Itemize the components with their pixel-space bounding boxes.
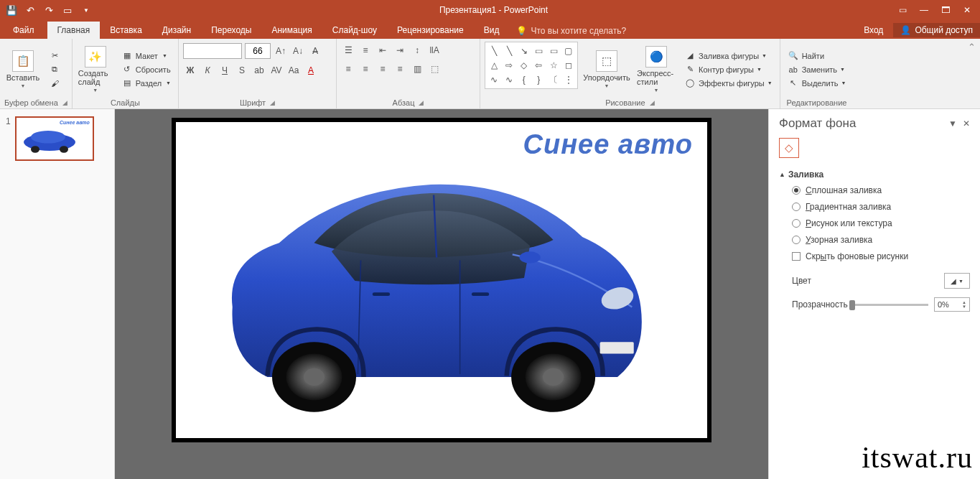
save-icon[interactable]: 💾 [3, 1, 20, 19]
pattern-fill-radio[interactable]: Узорная заливка [792, 235, 967, 245]
transparency-slider[interactable] [849, 304, 928, 306]
shape-fill-button[interactable]: ◢Заливка фигуры▼ [681, 50, 775, 62]
align-right-button[interactable]: ≡ [375, 62, 390, 76]
shapes-gallery[interactable]: ╲╲↘▭▭▢ △⇨◇⇦☆◻ ∿∿{}〔⋮ [485, 42, 578, 89]
reset-button[interactable]: ↺Сбросить [118, 64, 174, 75]
decrease-indent-button[interactable]: ⇤ [375, 43, 390, 57]
slide-thumbnail-1[interactable]: Синее авто [15, 116, 94, 161]
shape-arrow-icon[interactable]: ⇨ [503, 59, 516, 72]
quick-styles-button[interactable]: 🔵 Экспресс-стили ▼ [635, 42, 677, 97]
shape-arrow-icon[interactable]: ⇦ [532, 59, 546, 72]
maximize-icon[interactable]: 🗖 [935, 1, 956, 19]
paste-button[interactable]: 📋 Вставить ▼ [4, 42, 42, 97]
dialog-launcher-icon[interactable]: ◢ [650, 99, 655, 106]
collapse-ribbon-icon[interactable]: ⌃ [963, 39, 980, 108]
shape-curve-icon[interactable]: ∿ [487, 73, 501, 86]
arrange-button[interactable]: ⬚ Упорядочить ▼ [582, 42, 631, 97]
dialog-launcher-icon[interactable]: ◢ [270, 99, 275, 106]
bullets-button[interactable]: ☰ [341, 43, 355, 57]
shape-callout-icon[interactable]: ◻ [561, 59, 575, 72]
minimize-icon[interactable]: — [914, 1, 934, 19]
decrease-font-button[interactable]: A↓ [291, 44, 305, 58]
solid-fill-radio[interactable]: Сплошная заливка [792, 185, 967, 195]
numbering-button[interactable]: ≡ [358, 43, 373, 57]
section-button[interactable]: ▤Раздел▼ [118, 78, 174, 89]
signin-link[interactable]: Вход [854, 22, 893, 39]
slideshow-icon[interactable]: ▭ [59, 1, 76, 19]
tab-transitions[interactable]: Переходы [201, 22, 261, 39]
undo-icon[interactable]: ↶ [22, 1, 39, 19]
pane-close-icon[interactable]: ✕ [963, 118, 970, 129]
share-button[interactable]: 👤 Общий доступ [893, 23, 980, 37]
tell-me-search[interactable]: 💡 Что вы хотите сделать? [509, 23, 633, 39]
select-button[interactable]: ↖Выделить▼ [785, 78, 849, 89]
fill-tab-icon[interactable]: ◇ [779, 138, 799, 158]
tab-insert[interactable]: Вставка [100, 22, 152, 39]
format-painter-button[interactable]: 🖌 [46, 78, 63, 89]
shape-more-icon[interactable]: ⋮ [561, 73, 575, 86]
clear-format-button[interactable]: A̶ [308, 44, 322, 58]
shape-effects-button[interactable]: ◯Эффекты фигуры▼ [681, 78, 775, 89]
change-case-button[interactable]: Aa [286, 63, 301, 78]
spin-down-icon[interactable]: ▼ [962, 304, 966, 309]
shape-outline-button[interactable]: ✎Контур фигуры▼ [681, 64, 775, 75]
dialog-launcher-icon[interactable]: ◢ [62, 99, 67, 106]
char-spacing-button[interactable]: AV [269, 63, 284, 78]
slide-editor[interactable]: Синее авто [115, 109, 768, 479]
shape-triangle-icon[interactable]: △ [487, 59, 501, 72]
justify-button[interactable]: ≡ [393, 62, 407, 76]
shape-rect-icon[interactable]: ▭ [532, 45, 546, 57]
increase-font-button[interactable]: A↑ [274, 44, 288, 58]
gradient-fill-radio[interactable]: Градиентная заливка [792, 202, 967, 212]
dialog-launcher-icon[interactable]: ◢ [419, 99, 424, 106]
qat-more-icon[interactable]: ▼ [78, 1, 95, 19]
shape-brace-icon[interactable]: 〔 [547, 73, 561, 86]
pane-options-icon[interactable]: ▼ [948, 118, 957, 129]
tab-slideshow[interactable]: Слайд-шоу [322, 22, 387, 39]
italic-button[interactable]: К [200, 63, 215, 78]
smartart-button[interactable]: ⬚ [427, 62, 442, 76]
line-spacing-button[interactable]: ↕ [410, 43, 424, 57]
hide-bg-checkbox[interactable]: Скрыть фоновые рисунки [792, 251, 967, 261]
text-direction-button[interactable]: llA [427, 43, 442, 57]
replace-button[interactable]: abЗаменить▼ [785, 64, 849, 75]
bold-button[interactable]: Ж [183, 63, 197, 78]
shape-curve-icon[interactable]: ∿ [503, 73, 516, 86]
font-size-input[interactable] [245, 43, 271, 59]
slider-thumb-icon[interactable] [849, 300, 855, 310]
tab-design[interactable]: Дизайн [152, 22, 201, 39]
shape-line-icon[interactable]: ╲ [487, 45, 501, 57]
tab-animation[interactable]: Анимация [261, 22, 322, 39]
font-color-button[interactable]: A [304, 63, 318, 78]
fill-section-header[interactable]: ▲Заливка [779, 169, 970, 180]
columns-button[interactable]: ▥ [410, 62, 424, 76]
ribbon-options-icon[interactable]: ▭ [892, 1, 913, 19]
shape-arrow-icon[interactable]: ↘ [517, 45, 531, 57]
tab-review[interactable]: Рецензирование [387, 22, 474, 39]
shape-star-icon[interactable]: ☆ [547, 59, 561, 72]
find-button[interactable]: 🔍Найти [785, 50, 849, 62]
shape-rect-icon[interactable]: ▢ [561, 45, 575, 57]
layout-button[interactable]: ▦Макет▼ [118, 50, 174, 62]
shape-brace-icon[interactable]: } [532, 73, 546, 86]
transparency-input[interactable]: 0%▲▼ [934, 297, 970, 312]
align-left-button[interactable]: ≡ [341, 62, 355, 76]
tab-home[interactable]: Главная [47, 22, 101, 39]
car-image[interactable] [197, 144, 664, 424]
tab-file[interactable]: Файл [0, 22, 47, 39]
shape-rect-icon[interactable]: ▭ [547, 45, 561, 57]
shape-brace-icon[interactable]: { [517, 73, 531, 86]
strikethrough-button[interactable]: S [235, 63, 249, 78]
copy-button[interactable]: ⧉ [46, 64, 63, 75]
redo-icon[interactable]: ↷ [40, 1, 57, 19]
increase-indent-button[interactable]: ⇥ [393, 43, 407, 57]
shape-line-icon[interactable]: ╲ [503, 45, 516, 57]
new-slide-button[interactable]: ✨ Создать слайд ▼ [77, 42, 114, 97]
close-icon[interactable]: ✕ [957, 1, 977, 19]
cut-button[interactable]: ✂ [46, 50, 63, 62]
align-center-button[interactable]: ≡ [358, 62, 373, 76]
slide-canvas[interactable]: Синее авто [176, 122, 707, 438]
picture-fill-radio[interactable]: Рисунок или текстура [792, 218, 967, 228]
shape-diamond-icon[interactable]: ◇ [517, 59, 531, 72]
tab-view[interactable]: Вид [474, 22, 510, 39]
